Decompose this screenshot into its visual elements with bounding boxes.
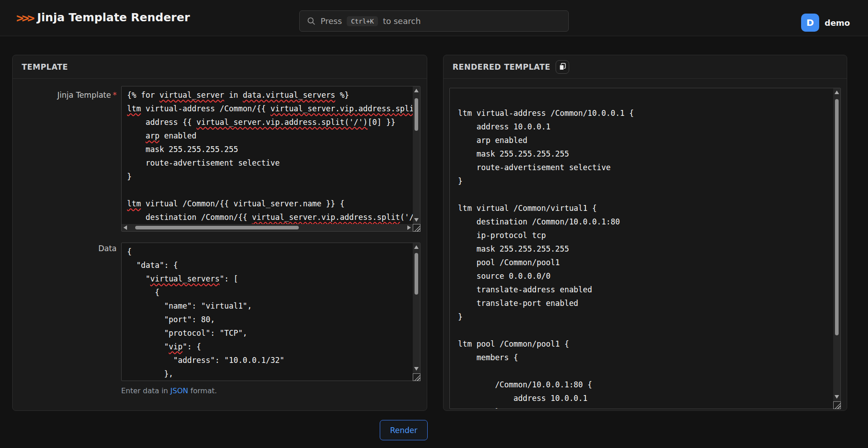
code-line: address 10.0.0.1 <box>458 391 833 405</box>
scroll-down-icon[interactable] <box>835 395 839 399</box>
scroll-down-icon[interactable] <box>414 218 419 222</box>
rendered-output[interactable]: ltm virtual-address /Common/10.0.0.1 { a… <box>449 88 841 409</box>
search-placeholder-suffix: to search <box>383 16 421 26</box>
code-line: pool /Common/pool1 <box>458 256 833 269</box>
jinja-editor-hscroll-thumb[interactable] <box>135 226 299 229</box>
code-line: } <box>127 170 413 183</box>
code-line: arp enabled <box>127 129 413 143</box>
search-shortcut-kbd: Ctrl+K <box>347 16 378 26</box>
data-editor-vertical-scrollbar[interactable] <box>413 243 420 381</box>
code-line: address 10.0.0.1 <box>458 120 833 133</box>
jinja-editor-vertical-scrollbar[interactable] <box>413 86 420 224</box>
code-line: } <box>458 174 833 188</box>
code-line: source 0.0.0.0/0 <box>458 269 833 283</box>
required-asterisk: * <box>113 91 117 100</box>
user-avatar: D <box>801 14 819 32</box>
copy-icon <box>559 63 566 71</box>
code-line: mask 255.255.255.255 <box>458 242 833 256</box>
jinja-template-code[interactable]: {% for virtual_server in data.virtual_se… <box>122 86 413 224</box>
data-editor-vscroll-thumb[interactable] <box>415 253 418 295</box>
scroll-down-icon[interactable] <box>414 367 419 371</box>
jinja-editor-vscroll-thumb[interactable] <box>415 98 418 131</box>
scroll-up-icon[interactable] <box>414 245 419 249</box>
code-line: mask 255.255.255.255 <box>458 147 833 161</box>
rendered-output-vertical-scrollbar[interactable] <box>833 88 840 409</box>
template-panel-title: TEMPLATE <box>22 62 68 71</box>
template-panel: TEMPLATE Jinja Template* {% for virtual_… <box>12 55 427 411</box>
code-line: ip-protocol tcp <box>458 229 833 242</box>
data-editor-code[interactable]: { "data": { "virtual_servers": [ { "name… <box>122 243 413 381</box>
code-line: translate-address enabled <box>458 283 833 296</box>
code-line: "vip": { <box>127 340 413 353</box>
code-line: { <box>127 286 413 299</box>
user-menu[interactable]: D demo <box>801 14 850 32</box>
code-line <box>458 188 833 201</box>
rendered-output-vscroll-thumb[interactable] <box>835 99 839 335</box>
jinja-template-label: Jinja Template* <box>13 91 117 100</box>
jinja-template-editor[interactable]: {% for virtual_server in data.virtual_se… <box>121 86 420 232</box>
code-line <box>458 364 833 378</box>
scroll-left-icon[interactable] <box>123 225 127 230</box>
scroll-right-icon[interactable] <box>407 225 411 230</box>
code-line: ltm virtual /Common/{{ virtual_server.na… <box>127 197 413 210</box>
template-panel-header: TEMPLATE <box>13 55 427 79</box>
code-line: address {{ virtual_server.vip.address.sp… <box>127 115 413 129</box>
rendered-output-resize-grip[interactable] <box>833 401 841 409</box>
code-line: "address": "10.0.0.1/32" <box>127 353 413 367</box>
code-line: "name": "virtual1", <box>127 299 413 313</box>
code-line: ltm virtual-address /Common/10.0.0.1 { <box>458 106 833 120</box>
app-header: >>> Jinja Template Renderer Press Ctrl+K… <box>0 0 868 36</box>
code-line: arp enabled <box>458 133 833 147</box>
code-line: "protocol": "TCP", <box>127 326 413 340</box>
code-line: {% for virtual_server in data.virtual_se… <box>127 88 413 102</box>
search-icon <box>307 17 316 25</box>
copy-button[interactable] <box>556 60 569 74</box>
data-label: Data <box>13 244 117 253</box>
code-line: route-advertisement selective <box>127 156 413 170</box>
code-line: "port": 80, <box>127 313 413 326</box>
code-line: members { <box>458 351 833 364</box>
code-line: } <box>458 405 833 409</box>
code-line: }, <box>127 367 413 381</box>
data-help-text: Enter data in JSON format. <box>121 386 217 395</box>
code-line: mask 255.255.255.255 <box>127 143 413 156</box>
app-logo-icon: >>> <box>16 11 33 25</box>
code-line: "data": { <box>127 258 413 272</box>
data-editor-resize-grip[interactable] <box>413 373 420 381</box>
code-line: } <box>458 310 833 324</box>
page-title: Jinja Template Renderer <box>37 11 190 24</box>
code-line: destination /Common/{{ virtual_server.vi… <box>127 210 413 224</box>
code-line: ltm pool /Common/pool1 { <box>458 337 833 351</box>
scroll-up-icon[interactable] <box>414 89 419 92</box>
scroll-up-icon[interactable] <box>835 91 839 94</box>
rendered-panel-title: RENDERED TEMPLATE <box>453 62 550 71</box>
rendered-panel: RENDERED TEMPLATE ltm virtual-address /C… <box>443 55 847 411</box>
code-line <box>458 324 833 337</box>
code-line: ltm virtual-address /Common/{{ virtual_s… <box>127 102 413 115</box>
jinja-editor-horizontal-scrollbar[interactable] <box>122 224 413 231</box>
search-input[interactable]: Press Ctrl+K to search <box>299 10 569 32</box>
json-format-link[interactable]: JSON <box>170 386 188 395</box>
render-button[interactable]: Render <box>380 420 428 440</box>
code-line <box>458 93 833 106</box>
code-line: /Common/10.0.0.1:80 { <box>458 378 833 391</box>
rendered-output-code: ltm virtual-address /Common/10.0.0.1 { a… <box>450 88 833 409</box>
code-line <box>127 183 413 197</box>
data-editor[interactable]: { "data": { "virtual_servers": [ { "name… <box>121 243 420 381</box>
rendered-panel-header: RENDERED TEMPLATE <box>443 55 847 79</box>
search-placeholder-press: Press <box>321 16 342 26</box>
jinja-editor-resize-grip[interactable] <box>413 224 420 232</box>
code-line: destination /Common/10.0.0.1:80 <box>458 215 833 229</box>
code-line: route-advertisement selective <box>458 161 833 174</box>
code-line: "virtual_servers": [ <box>127 272 413 286</box>
user-name: demo <box>825 18 850 28</box>
code-line: translate-port enabled <box>458 296 833 310</box>
code-line: ltm virtual /Common/virtual1 { <box>458 201 833 215</box>
code-line: { <box>127 245 413 258</box>
